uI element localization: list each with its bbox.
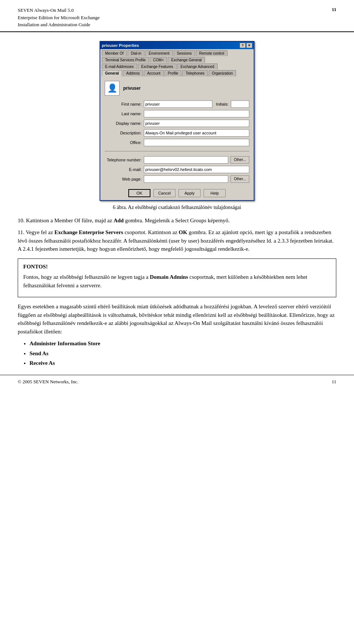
- tab-terminal-services[interactable]: Terminal Services Profile: [102, 57, 149, 63]
- tab-organization[interactable]: Organization: [209, 70, 236, 76]
- body-content: 10. Kattintson a Member Of fülre, majd a…: [0, 216, 354, 367]
- tab-environment[interactable]: Environment: [145, 50, 173, 56]
- avatar: 👤: [105, 81, 119, 96]
- figure-caption: 6 ábra. Az elsőbbségi csatlakozó felhasz…: [18, 205, 336, 210]
- permissions-list: Administer Information Store Send As Rec…: [30, 339, 336, 367]
- property-form: First name: Initials: Last name: Display…: [105, 100, 249, 183]
- webpage-row: Web page: Other...: [105, 175, 249, 183]
- first-name-label: First name:: [105, 102, 142, 106]
- step-10: 10. Kattintson a Member Of fülre, majd a…: [18, 216, 336, 225]
- email-row: E-mail:: [105, 165, 249, 174]
- page-header: SEVEN Always-On Mail 5.0 Enterprise Edit…: [0, 0, 354, 32]
- tab-account[interactable]: Account: [144, 70, 164, 76]
- step-11-bold: Exchange Enterprise Servers: [55, 229, 124, 235]
- windows-dialog: privuser Properties ? ✕ Member Of Dial-i…: [100, 41, 254, 201]
- office-input[interactable]: [144, 139, 249, 146]
- telephone-label: Telephone number:: [105, 158, 142, 162]
- page-footer: © 2005 SEVEN Networks, Inc. 11: [0, 375, 354, 388]
- cancel-button[interactable]: Cancel: [153, 189, 176, 197]
- footer-copyright: © 2005 SEVEN Networks, Inc.: [18, 379, 78, 385]
- ok-button[interactable]: OK: [128, 189, 150, 197]
- form-separator: [105, 151, 249, 151]
- tab-address[interactable]: Address: [123, 70, 143, 76]
- firstname-row: First name: Initials:: [105, 100, 249, 108]
- footer-page-number: 11: [332, 379, 336, 385]
- tab-general[interactable]: General: [102, 70, 122, 76]
- paragraph-1: Egyes esetekben a magasabb szintű eltérő…: [18, 302, 336, 336]
- tab-com-plus[interactable]: COM+: [150, 57, 167, 63]
- note-body: Fontos, hogy az elsőbbségi felhasználó n…: [23, 273, 331, 290]
- initials-input[interactable]: [231, 100, 249, 108]
- important-note: FONTOS! Fontos, hogy az elsőbbségi felha…: [18, 258, 336, 298]
- step-10-rest: gombra. Megjelenik a Select Groups képer…: [125, 217, 230, 223]
- user-display-name: privuser: [123, 86, 140, 91]
- display-name-input[interactable]: [144, 120, 249, 127]
- list-item-2: Send As: [30, 349, 336, 358]
- displayname-row: Display name:: [105, 119, 249, 127]
- office-label: Office:: [105, 140, 142, 145]
- list-item-1: Administer Information Store: [30, 339, 336, 348]
- webpage-input[interactable]: [144, 175, 228, 183]
- lastname-row: Last name:: [105, 110, 249, 118]
- webpage-label: Web page:: [105, 177, 142, 181]
- step-11-text: 11. Vegye fel az: [18, 229, 53, 235]
- tabs-row-2: Terminal Services Profile COM+ Exchange …: [100, 56, 254, 63]
- tabs-row-4: General Address Account Profile Telephon…: [100, 69, 254, 76]
- dialog-content: 👤 privuser First name: Initials: Last na…: [100, 76, 254, 186]
- tab-telephones[interactable]: Telephones: [182, 70, 208, 76]
- user-info-row: 👤 privuser: [105, 81, 249, 96]
- office-row: Office:: [105, 138, 249, 147]
- tab-remote-control[interactable]: Remote control: [196, 50, 228, 56]
- note-title: FONTOS!: [23, 263, 331, 271]
- help-button[interactable]: Help: [204, 189, 226, 197]
- screenshot-area: privuser Properties ? ✕ Member Of Dial-i…: [0, 41, 354, 201]
- tab-member-of[interactable]: Member Of: [102, 50, 127, 56]
- header-page-number: 11: [332, 7, 336, 13]
- step-11: 11. Vegye fel az Exchange Enterprise Ser…: [18, 228, 336, 253]
- telephone-input[interactable]: [144, 156, 228, 164]
- step-11-ok: OK: [179, 229, 187, 235]
- webpage-other-button[interactable]: Other...: [230, 175, 249, 183]
- titlebar-buttons: ? ✕: [240, 43, 252, 48]
- initials-label: Initials:: [216, 102, 229, 106]
- telephone-other-button[interactable]: Other...: [230, 156, 249, 164]
- description-label: Description:: [105, 131, 142, 135]
- tab-email-addresses[interactable]: E-mail Addresses: [102, 64, 137, 69]
- tab-exchange-general[interactable]: Exchange General: [168, 57, 205, 63]
- email-input[interactable]: [144, 166, 249, 173]
- telephone-row: Telephone number: Other...: [105, 156, 249, 164]
- step-10-bold: Add: [114, 217, 124, 223]
- list-item-3: Receive As: [30, 359, 336, 367]
- tab-exchange-features[interactable]: Exchange Features: [138, 64, 177, 69]
- help-icon[interactable]: ?: [240, 43, 246, 48]
- tab-exchange-advanced[interactable]: Exchange Advanced: [177, 64, 218, 69]
- step-11-rest: csoportot. Kattintson az: [125, 229, 177, 235]
- step-10-text: 10. Kattintson a Member Of fülre, majd a…: [18, 217, 112, 223]
- apply-button[interactable]: Apply: [178, 189, 201, 197]
- last-name-label: Last name:: [105, 112, 142, 116]
- header-title: SEVEN Always-On Mail 5.0 Enterprise Edit…: [18, 7, 100, 28]
- tab-profile[interactable]: Profile: [164, 70, 181, 76]
- tabs-row-3: E-mail Addresses Exchange Features Excha…: [100, 63, 254, 69]
- tabs-row-1: Member Of Dial-in Environment Sessions R…: [100, 49, 254, 56]
- dialog-titlebar: privuser Properties ? ✕: [100, 42, 254, 49]
- tab-dial-in[interactable]: Dial-in: [128, 50, 145, 56]
- dialog-buttons: OK Cancel Apply Help: [100, 186, 254, 200]
- tab-sessions[interactable]: Sessions: [174, 50, 195, 56]
- description-input[interactable]: [144, 129, 249, 137]
- close-icon[interactable]: ✕: [246, 43, 252, 48]
- display-name-label: Display name:: [105, 121, 142, 126]
- last-name-input[interactable]: [144, 110, 249, 117]
- dialog-title: privuser Properties: [102, 43, 139, 48]
- description-row: Description:: [105, 129, 249, 137]
- email-label: E-mail:: [105, 167, 142, 172]
- first-name-input[interactable]: [144, 100, 212, 108]
